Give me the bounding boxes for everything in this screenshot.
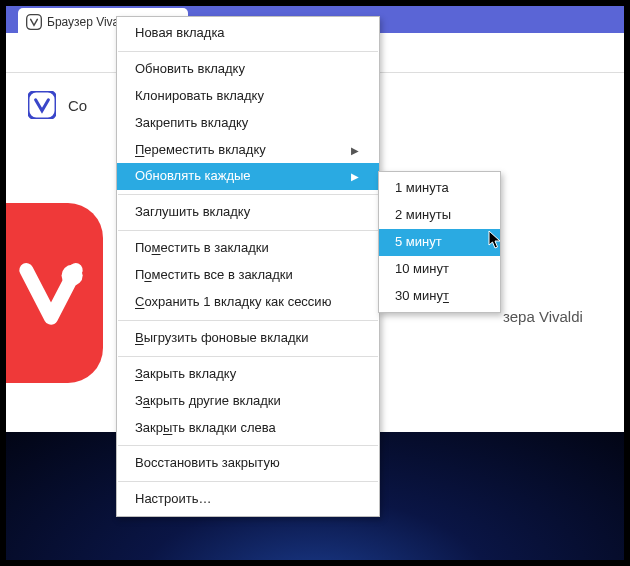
menu-move-tab[interactable]: Переместить вкладку▶ [117, 137, 379, 164]
menu-reload-tab[interactable]: Обновить вкладку [117, 56, 379, 83]
menu-bookmark-all[interactable]: Поместить все в закладки [117, 262, 379, 289]
menu-separator [118, 51, 378, 52]
vivaldi-app-logo [6, 203, 103, 383]
header-text: Co [68, 97, 87, 114]
submenu-10min[interactable]: 10 минут [379, 256, 500, 283]
menu-configure[interactable]: Настроить… [117, 486, 379, 513]
menu-unload-bg[interactable]: Выгрузить фоновые вкладки [117, 325, 379, 352]
menu-mute-tab[interactable]: Заглушить вкладку [117, 199, 379, 226]
menu-refresh-every[interactable]: Обновлять каждые▶ [117, 163, 379, 190]
tagline-text: зера Vivaldi [503, 308, 583, 325]
vivaldi-icon [26, 14, 42, 30]
svg-rect-1 [28, 91, 56, 119]
svg-rect-0 [27, 15, 42, 30]
refresh-interval-submenu: 1 минута 2 минуты 5 минут 10 минут 30 ми… [378, 171, 501, 313]
menu-close-others[interactable]: Закрыть другие вкладки [117, 388, 379, 415]
vivaldi-logo-small [28, 91, 56, 119]
chevron-right-icon: ▶ [351, 144, 359, 157]
menu-separator [118, 445, 378, 446]
menu-new-tab[interactable]: Новая вкладка [117, 20, 379, 47]
menu-separator [118, 230, 378, 231]
menu-separator [118, 194, 378, 195]
menu-reopen-closed[interactable]: Восстановить закрытую [117, 450, 379, 477]
tab-context-menu: Новая вкладка Обновить вкладку Клонирова… [116, 16, 380, 517]
menu-separator [118, 356, 378, 357]
menu-separator [118, 481, 378, 482]
chevron-right-icon: ▶ [351, 170, 359, 183]
menu-separator [118, 320, 378, 321]
menu-pin-tab[interactable]: Закрепить вкладку [117, 110, 379, 137]
submenu-30min[interactable]: 30 минут [379, 283, 500, 310]
submenu-1min[interactable]: 1 минута [379, 175, 500, 202]
menu-close-left[interactable]: Закрыть вкладки слева [117, 415, 379, 442]
submenu-2min[interactable]: 2 минуты [379, 202, 500, 229]
menu-save-session[interactable]: Сохранить 1 вкладку как сессию [117, 289, 379, 316]
menu-close-tab[interactable]: Закрыть вкладку [117, 361, 379, 388]
menu-bookmark-tab[interactable]: Поместить в закладки [117, 235, 379, 262]
svg-point-2 [61, 265, 82, 286]
menu-clone-tab[interactable]: Клонировать вкладку [117, 83, 379, 110]
submenu-5min[interactable]: 5 минут [379, 229, 500, 256]
